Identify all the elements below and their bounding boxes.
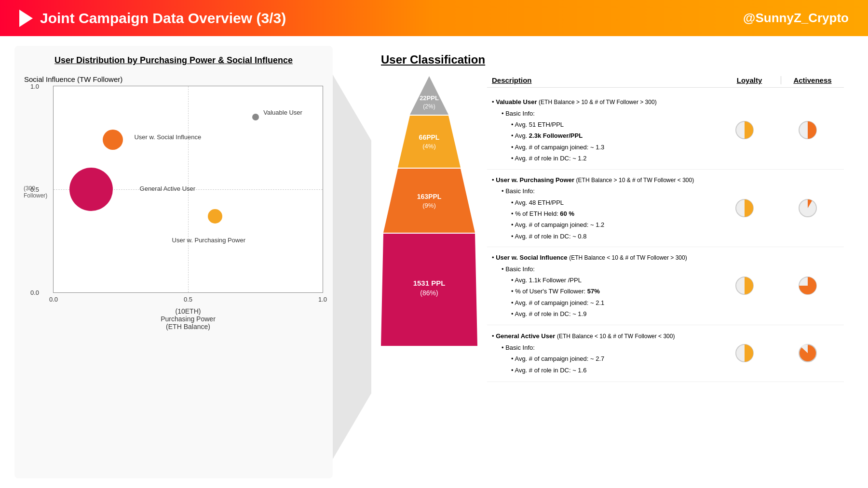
header-handle: @SunnyZ_Crypto <box>743 11 849 26</box>
svg-marker-7 <box>383 169 475 233</box>
user-desc-social: • User w. Social Influence (ETH Balance … <box>492 252 713 320</box>
connector <box>333 75 371 459</box>
loyalty-pie-social <box>735 276 754 295</box>
activeness-pie-valuable <box>798 120 817 140</box>
dot-label-social: User w. Social Influence <box>134 133 201 141</box>
play-icon <box>19 10 33 27</box>
user-row-social: • User w. Social Influence (ETH Balance … <box>487 247 844 325</box>
user-row-purchasing: • User w. Purchasing Power (ETH Balance … <box>487 170 844 248</box>
svg-text:(9%): (9%) <box>422 202 435 209</box>
dot-general-active <box>69 168 113 211</box>
activeness-general <box>776 343 839 363</box>
svg-text:163PPL: 163PPL <box>417 193 442 200</box>
activeness-social <box>776 276 839 295</box>
x-axis-info: (10ETH) Purchasing Power(ETH Balance) <box>53 307 323 330</box>
user-desc-purchasing: • User w. Purchasing Power (ETH Balance … <box>492 174 713 242</box>
info-col: Description Loyalty Activeness • Valuabl… <box>487 76 844 382</box>
svg-text:(4%): (4%) <box>422 143 435 150</box>
svg-text:1531 PPL: 1531 PPL <box>413 279 446 287</box>
chart-box: 1.0 0.5 0.0 0.0 0.5 1.0 (300Follower) Va… <box>53 86 323 293</box>
chart-area: 1.0 0.5 0.0 0.0 0.5 1.0 (300Follower) Va… <box>53 86 323 293</box>
activeness-pie-general <box>798 343 817 363</box>
dot-label-purchasing: User w. Purchasing Power <box>172 237 245 244</box>
col-header-desc: Description <box>492 76 718 84</box>
svg-text:22PPL: 22PPL <box>420 94 439 102</box>
loyalty-pie-valuable <box>735 120 754 140</box>
loyalty-social <box>713 276 776 295</box>
loyalty-general <box>713 343 776 363</box>
svg-text:(86%): (86%) <box>420 289 438 297</box>
x-label-1: 0.0 <box>49 296 58 303</box>
pyramid-col: 22PPL (2%) 66PPL (4%) 163PPL (9%) 1531 P… <box>381 76 477 382</box>
pyramid-svg: 22PPL (2%) 66PPL (4%) 163PPL (9%) 1531 P… <box>381 76 477 346</box>
x-eth-label: (10ETH) <box>176 307 201 315</box>
dot-label-general: General Active User <box>140 185 196 192</box>
header-left: Joint Campaign Data Overview (3/3) <box>19 10 286 27</box>
col-headers: Description Loyalty Activeness <box>487 76 844 88</box>
y-axis-label: Social Influence (TW Follower) <box>24 75 323 83</box>
left-panel: User Distribution by Purchasing Power & … <box>14 46 333 478</box>
svg-marker-4 <box>398 116 461 168</box>
left-panel-title: User Distribution by Purchasing Power & … <box>24 55 323 66</box>
x-purchasing-label: Purchasing Power(ETH Balance) <box>161 315 216 330</box>
activeness-purchasing <box>776 198 839 218</box>
col-header-loyalty: Loyalty <box>718 76 781 84</box>
activeness-pie-purchasing <box>798 198 817 218</box>
activeness-pie-social <box>798 276 817 295</box>
user-desc-general: • General Active User (ETH Balance < 10 … <box>492 330 713 376</box>
loyalty-valuable <box>713 120 776 140</box>
col-header-activeness: Activeness <box>781 76 844 84</box>
loyalty-purchasing <box>713 198 776 218</box>
dot-purchasing-power <box>208 209 222 224</box>
user-row-valuable: • Valuable User (ETH Balance > 10 & # of… <box>487 92 844 170</box>
user-row-general: • General Active User (ETH Balance < 10 … <box>487 325 844 382</box>
x-label-2: 0.5 <box>184 296 192 303</box>
classification-area: 22PPL (2%) 66PPL (4%) 163PPL (9%) 1531 P… <box>381 76 844 382</box>
header-title: Joint Campaign Data Overview (3/3) <box>40 10 286 26</box>
x-label-3: 1.0 <box>318 296 327 303</box>
svg-text:66PPL: 66PPL <box>419 133 440 141</box>
activeness-valuable <box>776 120 839 140</box>
right-title: User Classification <box>381 53 844 66</box>
header: Joint Campaign Data Overview (3/3) @Sunn… <box>0 0 868 36</box>
svg-marker-0 <box>333 75 371 459</box>
loyalty-pie-purchasing <box>735 198 754 218</box>
dot-label-valuable: Valuable User <box>263 109 302 116</box>
chart-container: Social Influence (TW Follower) 1.0 0.5 0… <box>24 75 323 330</box>
y-label-3: 0.0 <box>30 289 39 296</box>
main-content: User Distribution by Purchasing Power & … <box>0 36 868 488</box>
dot-social-influence <box>103 130 123 150</box>
follower-label: (300Follower) <box>24 185 47 199</box>
y-label-1: 1.0 <box>30 83 39 90</box>
dot-valuable-user <box>252 114 259 120</box>
loyalty-pie-general <box>735 343 754 363</box>
right-panel: User Classification 22PPL (2%) 66PPL (4%… <box>371 46 854 478</box>
user-desc-valuable: • Valuable User (ETH Balance > 10 & # of… <box>492 96 713 164</box>
svg-text:(2%): (2%) <box>423 103 435 110</box>
